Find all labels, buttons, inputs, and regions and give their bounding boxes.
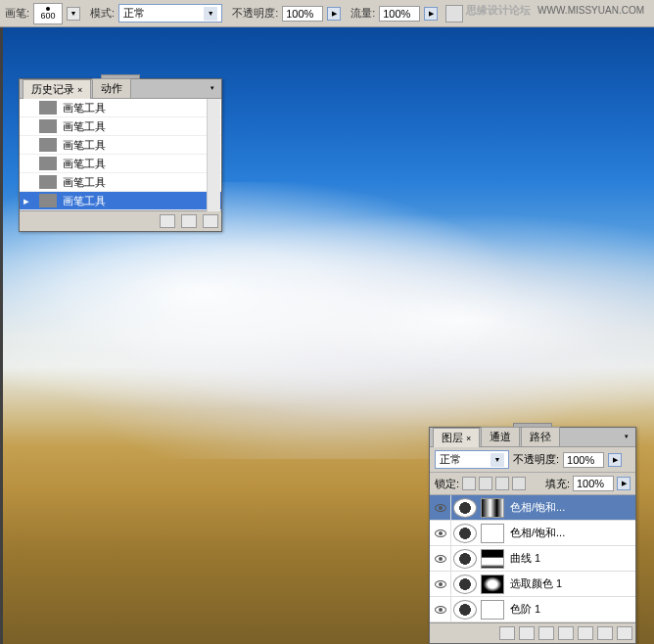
adjustment-thumb[interactable] — [453, 600, 477, 620]
fill-arrow[interactable]: ▶ — [617, 477, 631, 490]
layer-mask-thumb[interactable] — [481, 600, 504, 620]
fill-label: 填充: — [545, 477, 570, 491]
layer-mask-icon[interactable] — [538, 626, 554, 640]
visibility-toggle[interactable] — [430, 546, 451, 571]
mode-select[interactable]: 正常 ▼ — [118, 4, 222, 23]
layers-panel: 图层× 通道 路径 ▾ 正常▼ 不透明度: 100% ▶ 锁定: 填充: 100… — [429, 427, 636, 644]
layer-item[interactable]: 曲线 1 — [430, 546, 635, 572]
adjustment-thumb[interactable] — [453, 549, 477, 569]
history-item[interactable]: 画笔工具 — [20, 136, 221, 155]
opacity-input[interactable]: 100% — [282, 6, 323, 22]
eye-icon — [435, 555, 446, 563]
snapshot-icon[interactable] — [160, 214, 175, 228]
lock-all-icon[interactable] — [512, 477, 526, 490]
visibility-toggle[interactable] — [430, 597, 451, 621]
layer-mask-thumb[interactable] — [481, 524, 504, 543]
eye-icon — [435, 529, 446, 537]
panel-menu-icon[interactable]: ▾ — [206, 81, 219, 95]
history-item[interactable]: 画笔工具 — [20, 173, 221, 192]
adjustment-layer-icon[interactable] — [558, 626, 574, 640]
layer-item[interactable]: 色阶 1 — [430, 597, 635, 622]
history-scrollbar[interactable] — [207, 99, 220, 211]
layer-item[interactable]: 色相/饱和... — [430, 521, 635, 546]
delete-layer-icon[interactable] — [617, 626, 632, 640]
airbrush-icon[interactable] — [445, 5, 463, 23]
history-list: 画笔工具 画笔工具 画笔工具 画笔工具 画笔工具 ▸画笔工具 — [20, 99, 221, 210]
link-layers-icon[interactable] — [499, 626, 515, 640]
brush-dropdown[interactable]: ▼ — [67, 7, 80, 21]
lock-position-icon[interactable] — [495, 477, 509, 490]
layer-mask-thumb[interactable] — [481, 549, 504, 569]
layer-item[interactable]: 色相/饱和... — [430, 495, 635, 521]
tab-layers[interactable]: 图层× — [433, 428, 480, 447]
flow-arrow[interactable]: ▶ — [424, 7, 438, 21]
visibility-toggle[interactable] — [430, 495, 451, 520]
opacity-arrow[interactable]: ▶ — [608, 453, 622, 467]
history-item[interactable]: 画笔工具 — [20, 155, 221, 173]
history-panel: 历史记录× 动作 ▾ 画笔工具 画笔工具 画笔工具 画笔工具 画笔工具 ▸画笔工… — [19, 78, 222, 232]
adjustment-thumb[interactable] — [453, 524, 477, 543]
adjustment-thumb[interactable] — [453, 575, 477, 594]
opacity-arrow[interactable]: ▶ — [327, 7, 341, 21]
lock-pixels-icon[interactable] — [479, 477, 492, 490]
lock-label: 锁定: — [435, 477, 459, 491]
new-snapshot-icon[interactable] — [181, 214, 197, 228]
history-item[interactable]: ▸画笔工具 — [20, 192, 221, 210]
eye-icon — [435, 606, 446, 614]
visibility-toggle[interactable] — [430, 521, 451, 545]
layer-opacity-label: 不透明度: — [513, 452, 559, 467]
new-layer-icon[interactable] — [597, 626, 613, 640]
tab-history[interactable]: 历史记录× — [23, 79, 91, 99]
trash-icon[interactable] — [203, 214, 218, 228]
tab-actions[interactable]: 动作 — [92, 78, 131, 98]
tab-paths[interactable]: 路径 — [521, 427, 560, 446]
brush-preview[interactable]: 600 — [33, 3, 63, 24]
visibility-toggle[interactable] — [430, 572, 451, 596]
layer-style-icon[interactable] — [519, 626, 535, 640]
fill-input[interactable]: 100% — [573, 476, 614, 491]
opacity-label: 不透明度: — [232, 6, 278, 21]
layer-mask-thumb[interactable] — [481, 575, 504, 594]
history-item[interactable]: 画笔工具 — [20, 117, 221, 136]
group-icon[interactable] — [578, 626, 593, 640]
flow-input[interactable]: 100% — [379, 6, 420, 22]
panel-menu-icon[interactable]: ▾ — [620, 430, 633, 443]
lock-transparent-icon[interactable] — [462, 477, 476, 490]
watermark: 思缘设计论坛 WWW.MISSYUAN.COM — [466, 3, 644, 18]
layer-mask-thumb[interactable] — [481, 498, 504, 518]
layer-opacity-input[interactable]: 100% — [563, 452, 604, 468]
blend-mode-select[interactable]: 正常▼ — [435, 450, 509, 469]
tab-channels[interactable]: 通道 — [481, 427, 520, 446]
layers-list: 色相/饱和... 色相/饱和... 曲线 1 选取颜色 1 色阶 1 — [430, 495, 635, 622]
eye-icon — [435, 580, 446, 588]
layer-item[interactable]: 选取颜色 1 — [430, 572, 635, 597]
flow-label: 流量: — [350, 6, 375, 21]
adjustment-thumb[interactable] — [453, 498, 477, 518]
eye-icon — [435, 504, 446, 512]
brush-label: 画笔: — [5, 6, 29, 21]
mode-label: 模式: — [90, 6, 115, 21]
history-item[interactable]: 画笔工具 — [20, 99, 221, 117]
